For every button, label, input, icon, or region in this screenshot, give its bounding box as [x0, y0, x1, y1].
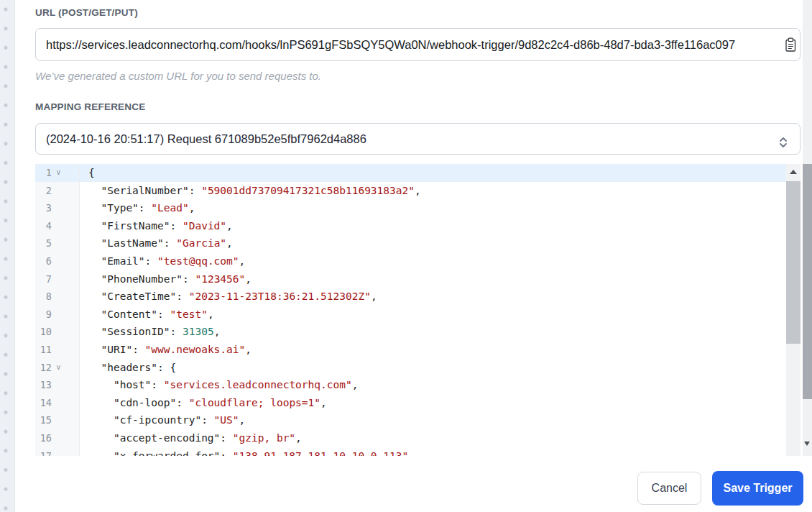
code-line-text: "CreateTime": "2023-11-23T18:36:21.51230…: [80, 288, 377, 306]
code-line[interactable]: 5 "LastName": "Garcia",: [35, 234, 801, 252]
scrollbar-up-arrow-icon[interactable]: [786, 164, 801, 180]
webhook-trigger-panel: URL (POST/GET/PUT) https://services.lead…: [14, 0, 803, 512]
line-number: 15: [40, 411, 52, 429]
save-trigger-button[interactable]: Save Trigger: [712, 471, 803, 506]
cancel-button[interactable]: Cancel: [637, 472, 701, 505]
code-line-text: "Content": "test",: [80, 306, 214, 324]
code-line-text: "SerialNumber": "59001dd73709417321c58b1…: [80, 182, 421, 200]
code-line-text: "FirstName": "David",: [80, 217, 233, 235]
code-line[interactable]: 15 "cf-ipcountry": "US",: [35, 411, 801, 429]
line-number: 8: [46, 288, 52, 306]
mapping-reference-label: MAPPING REFERENCE: [35, 101, 145, 112]
code-line[interactable]: 11 "URI": "www.newoaks.ai",: [35, 341, 801, 359]
line-number-gutter: 5: [35, 234, 80, 252]
url-helper-text: We’ve generated a custom URL for you to …: [35, 70, 321, 82]
line-number: 11: [40, 341, 52, 359]
line-number: 2: [46, 182, 52, 200]
line-number: 7: [46, 270, 52, 288]
code-line-text: "host": "services.leadconnectorhq.com",: [80, 376, 358, 394]
line-number-gutter: 11: [35, 341, 80, 359]
fold-toggle-icon[interactable]: v: [57, 359, 60, 377]
code-line[interactable]: 1v{: [35, 164, 801, 182]
line-number-gutter: 6: [35, 252, 80, 270]
code-line[interactable]: 3 "Type": "Lead",: [35, 199, 801, 217]
line-number-gutter: 14: [35, 394, 80, 412]
line-number: 3: [46, 199, 52, 217]
code-line[interactable]: 16 "accept-encoding": "gzip, br",: [35, 429, 801, 447]
line-number: 1: [46, 164, 52, 182]
line-number-gutter: 17: [35, 447, 80, 457]
code-line[interactable]: 14 "cdn-loop": "cloudflare; loops=1",: [35, 394, 801, 412]
webhook-url-value: https://services.leadconnectorhq.com/hoo…: [46, 38, 735, 51]
line-number-gutter: 15: [35, 411, 80, 429]
mapping-reference-select[interactable]: (2024-10-16 20:51:17) Request 671089b52e…: [35, 123, 801, 155]
page-scrollbar-thumb[interactable]: [803, 164, 812, 399]
line-number-gutter: 7: [35, 270, 80, 288]
line-number-gutter: 1v: [35, 164, 80, 182]
code-line-text: "cf-ipcountry": "US",: [80, 411, 245, 429]
webhook-url-input[interactable]: https://services.leadconnectorhq.com/hoo…: [35, 28, 801, 61]
code-line-text: "Email": "test@qq.com",: [80, 252, 245, 270]
code-line[interactable]: 13 "host": "services.leadconnectorhq.com…: [35, 376, 801, 394]
code-line-text: "PhoneNumber": "123456",: [80, 270, 252, 288]
line-number: 5: [46, 234, 52, 252]
code-line[interactable]: 4 "FirstName": "David",: [35, 217, 801, 235]
fold-toggle-icon[interactable]: v: [57, 164, 60, 182]
code-line[interactable]: 7 "PhoneNumber": "123456",: [35, 270, 801, 288]
code-line[interactable]: 12v "headers": {: [35, 359, 801, 377]
line-number: 6: [46, 252, 52, 270]
line-number: 12: [40, 359, 52, 377]
line-number-gutter: 12v: [35, 359, 80, 377]
copy-url-icon[interactable]: [783, 37, 798, 53]
line-number: 14: [40, 394, 52, 412]
code-lines-container: 1v{2 "SerialNumber": "59001dd73709417321…: [35, 164, 801, 456]
line-number: 17: [40, 447, 52, 457]
page-scrollbar[interactable]: [803, 0, 812, 456]
line-number-gutter: 3: [35, 199, 80, 217]
code-line-text: "cdn-loop": "cloudflare; loops=1",: [80, 394, 327, 412]
code-line[interactable]: 8 "CreateTime": "2023-11-23T18:36:21.512…: [35, 288, 801, 306]
line-number-gutter: 8: [35, 288, 80, 306]
clipboard-icon: [785, 37, 797, 52]
code-line-text: "URI": "www.newoaks.ai",: [80, 341, 252, 359]
code-line[interactable]: 9 "Content": "test",: [35, 306, 801, 324]
code-line[interactable]: 17 "x-forwarded-for": "138.91.187.181,10…: [35, 447, 801, 457]
code-line-text: "headers": {: [80, 359, 176, 377]
code-line[interactable]: 10 "SessionID": 31305,: [35, 323, 801, 341]
line-number-gutter: 9: [35, 306, 80, 324]
line-number: 9: [46, 306, 52, 324]
scrollbar-down-arrow-icon[interactable]: [803, 436, 812, 453]
line-number: 13: [40, 376, 52, 394]
code-line-text: "accept-encoding": "gzip, br",: [80, 429, 302, 447]
line-number: 16: [40, 429, 52, 447]
line-number-gutter: 16: [35, 429, 80, 447]
chevron-up-down-icon: [775, 131, 791, 147]
code-line-text: "Type": "Lead",: [80, 199, 195, 217]
url-label: URL (POST/GET/PUT): [35, 7, 138, 18]
line-number-gutter: 13: [35, 376, 80, 394]
mapping-reference-value: (2024-10-16 20:51:17) Request 671089b52e…: [46, 132, 366, 145]
canvas-dot-background: [0, 0, 14, 512]
code-line-text: "LastName": "Garcia",: [80, 234, 233, 252]
editor-scrollbar[interactable]: [786, 164, 801, 456]
code-line-text: "x-forwarded-for": "138.91.187.181,10.10…: [80, 447, 415, 457]
code-line[interactable]: 2 "SerialNumber": "59001dd73709417321c58…: [35, 182, 801, 200]
line-number-gutter: 10: [35, 323, 80, 341]
editor-scrollbar-thumb[interactable]: [786, 181, 801, 344]
line-number-gutter: 4: [35, 217, 80, 235]
line-number-gutter: 2: [35, 182, 80, 200]
line-number: 10: [40, 323, 52, 341]
line-number: 4: [46, 217, 52, 235]
code-line[interactable]: 6 "Email": "test@qq.com",: [35, 252, 801, 270]
code-line-text: {: [80, 164, 95, 182]
code-line-text: "SessionID": 31305,: [80, 323, 220, 341]
json-code-editor[interactable]: 1v{2 "SerialNumber": "59001dd73709417321…: [35, 164, 801, 456]
